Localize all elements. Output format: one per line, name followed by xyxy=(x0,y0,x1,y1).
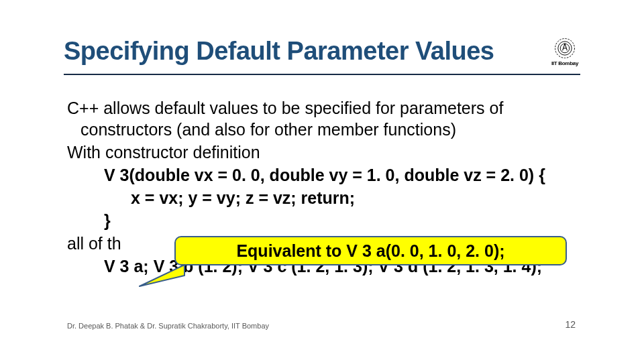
slide-title: Specifying Default Parameter Values xyxy=(64,37,580,66)
callout-box: Equivalent to V 3 a(0. 0, 1. 0, 2. 0); xyxy=(174,236,567,265)
gear-emblem-icon xyxy=(551,37,578,60)
title-underline xyxy=(64,74,580,75)
logo-caption: IIT Bombay xyxy=(551,60,578,66)
code-line-1: V 3(double vx = 0. 0, double vy = 1. 0, … xyxy=(67,164,577,186)
footer-authors: Dr. Deepak B. Phatak & Dr. Supratik Chak… xyxy=(67,322,269,330)
body-line-2: With constructor definition xyxy=(67,141,577,163)
callout-tail-icon xyxy=(134,263,188,290)
slide: Specifying Default Parameter Values IIT … xyxy=(0,0,644,362)
svg-marker-3 xyxy=(140,265,184,286)
code-line-2: x = vx; y = vy; z = vz; return; xyxy=(67,187,577,208)
page-number: 12 xyxy=(565,319,576,330)
title-wrap: Specifying Default Parameter Values xyxy=(64,37,580,66)
iit-bombay-logo: IIT Bombay xyxy=(550,37,580,66)
body-line-1: C++ allows default values to be specifie… xyxy=(67,97,577,140)
callout-text: Equivalent to V 3 a(0. 0, 1. 0, 2. 0); xyxy=(236,241,504,261)
code-line-3: } xyxy=(67,210,577,231)
